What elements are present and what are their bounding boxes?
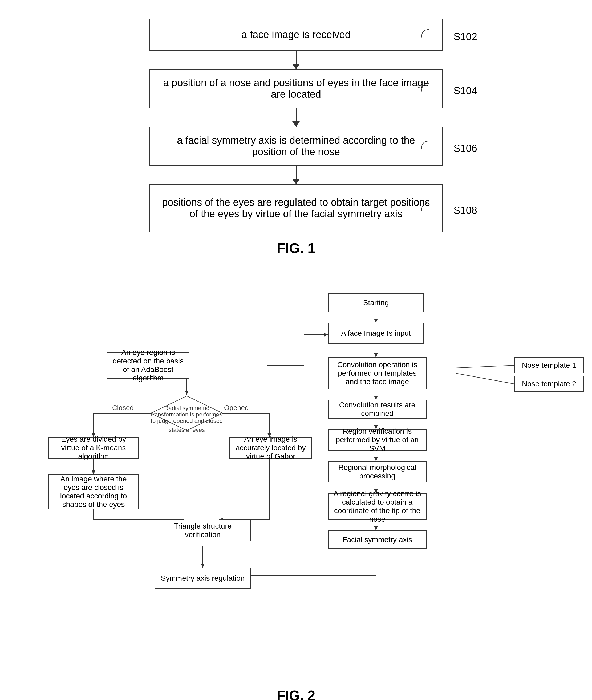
- step-s102-box: a face image is received: [149, 19, 443, 51]
- fig2-nose-template1-box: Nose template 1: [514, 357, 584, 373]
- fig2-sym-reg-box: Symmetry axis regulation: [155, 568, 251, 589]
- svg-marker-11: [374, 457, 378, 461]
- fig2-image-closed-box: An image where the eyes are closed is lo…: [48, 475, 139, 509]
- fig2-starting-text: Starting: [363, 299, 389, 307]
- fig2-nose-template2-box: Nose template 2: [514, 376, 584, 392]
- step-s106-box: a facial symmetry axis is determined acc…: [149, 127, 443, 166]
- step-s106-text: a facial symmetry axis is determined acc…: [161, 135, 431, 158]
- fig2-sym-reg-text: Symmetry axis regulation: [161, 574, 245, 583]
- fig2-eye-region-box: An eye region is detected on the basis o…: [107, 352, 189, 379]
- svg-line-4: [456, 365, 514, 368]
- svg-marker-1: [374, 319, 378, 323]
- fig2-eye-accurate-box: An eye image is accurately located by vi…: [230, 437, 312, 459]
- step-s106-label: S106: [419, 139, 477, 154]
- arrow-1: [296, 51, 297, 69]
- svg-text:Closed: Closed: [112, 403, 134, 412]
- step-s102-text: a face image is received: [241, 29, 351, 41]
- fig2-convolution-box: Convolution operation is performed on te…: [328, 357, 427, 389]
- step-s108-text: positions of the eyes are regulated to o…: [161, 197, 431, 220]
- fig2-eyes-divided-box: Eyes are divided by virtue of a K-means …: [48, 437, 139, 459]
- svg-marker-17: [185, 391, 189, 394]
- fig2-face-input-box: A face Image Is input: [328, 323, 424, 344]
- svg-marker-7: [374, 396, 378, 400]
- fig2-diagram: Closed Opened Starting A face Im: [16, 288, 576, 700]
- fig2-facial-sym-text: Facial symmetry axis: [342, 535, 412, 544]
- svg-marker-15: [374, 526, 378, 530]
- svg-line-5: [456, 373, 514, 384]
- step-s102-label: S102: [419, 27, 477, 43]
- fig2-diamond-extra: states of eyes: [152, 427, 221, 433]
- fig2-eye-region-text: An eye region is detected on the basis o…: [111, 348, 185, 382]
- fig2-region-verify-text: Region verification is performed by virt…: [332, 427, 422, 453]
- fig2-nose-template1-text: Nose template 1: [522, 361, 576, 370]
- fig2-nose-template2-text: Nose template 2: [522, 380, 576, 388]
- fig2-gravity-box: A regional gravity centre is calculated …: [328, 493, 427, 520]
- svg-marker-34: [201, 564, 205, 568]
- fig2-convolution-text: Convolution operation is performed on te…: [332, 361, 422, 386]
- fig2-eye-accurate-text: An eye image is accurately located by vi…: [234, 435, 308, 461]
- fig2-triangle-box: Triangle structure verification: [155, 520, 251, 541]
- fig1-title: FIG. 1: [277, 240, 315, 256]
- fig2-image-closed-text: An image where the eyes are closed is lo…: [52, 475, 135, 509]
- svg-marker-41: [324, 333, 328, 336]
- fig2-radial-diamond: Radial symmetric transformation is perfo…: [149, 394, 224, 432]
- fig2-regional-morph-box: Regional morphological processing: [328, 461, 427, 482]
- fig2-region-verify-box: Region verification is performed by virt…: [328, 429, 427, 450]
- arrow-3: [296, 166, 297, 184]
- fig2-regional-morph-text: Regional morphological processing: [332, 463, 422, 480]
- step-s108-label: S108: [419, 201, 477, 216]
- fig2-combined-text: Convolution results are combined: [332, 401, 422, 418]
- step-s104-box: a position of a nose and positions of ey…: [149, 69, 443, 108]
- svg-text:transformation is performed: transformation is performed: [151, 411, 223, 418]
- step-s104-label: S104: [419, 81, 477, 97]
- fig2-starting-box: Starting: [328, 293, 424, 312]
- fig2-face-input-text: A face Image Is input: [341, 329, 411, 338]
- fig2-combined-box: Convolution results are combined: [328, 400, 427, 419]
- fig2-triangle-text: Triangle structure verification: [159, 522, 246, 539]
- arrow-2: [296, 108, 297, 127]
- fig2-eyes-divided-text: Eyes are divided by virtue of a K-means …: [52, 435, 135, 461]
- svg-text:to judge opened and closed: to judge opened and closed: [151, 418, 223, 424]
- fig1-diagram: a face image is received S102 a position…: [16, 19, 576, 272]
- fig2-gravity-text: A regional gravity centre is calculated …: [332, 489, 422, 524]
- svg-marker-27: [92, 471, 95, 475]
- step-s104-text: a position of a nose and positions of ey…: [161, 77, 431, 100]
- step-s108-box: positions of the eyes are regulated to o…: [149, 184, 443, 232]
- svg-marker-3: [374, 353, 378, 357]
- fig2-facial-sym-box: Facial symmetry axis: [328, 530, 427, 549]
- svg-text:Opened: Opened: [224, 403, 249, 412]
- svg-text:Radial symmetric: Radial symmetric: [164, 405, 209, 411]
